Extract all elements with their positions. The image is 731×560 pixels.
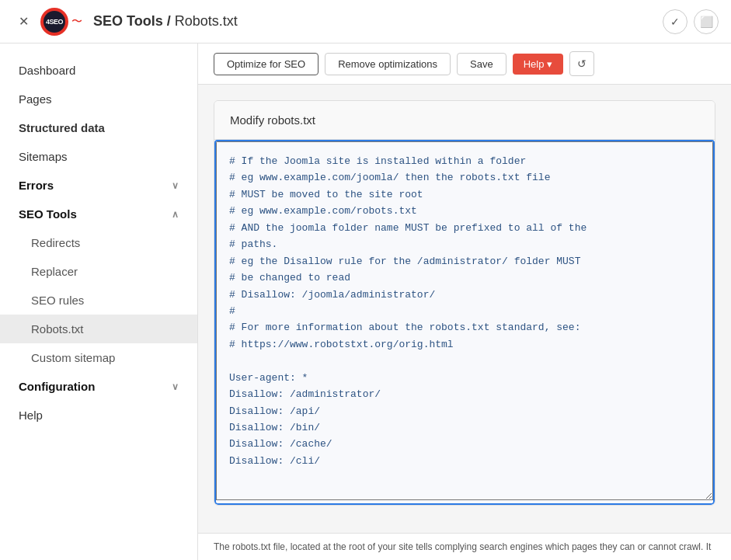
- sidebar: Dashboard Pages Structured data Sitemaps…: [0, 43, 198, 560]
- sidebar-item-replacer[interactable]: Replacer: [0, 257, 197, 286]
- window-icon: ⬜: [700, 16, 713, 28]
- sidebar-label-seo-tools: SEO Tools: [19, 207, 77, 221]
- close-button[interactable]: ✕: [12, 11, 34, 33]
- footer-note: The robots.txt file, located at the root…: [198, 533, 731, 560]
- sidebar-item-structured-data[interactable]: Structured data: [0, 113, 197, 142]
- window-icon-button[interactable]: ⬜: [694, 9, 719, 34]
- sidebar-item-help[interactable]: Help: [0, 401, 197, 430]
- logo-wave-icon: 〜: [71, 15, 82, 29]
- sidebar-item-robots-txt[interactable]: Robots.txt: [0, 315, 197, 343]
- card-header: Modify robots.txt: [214, 101, 715, 140]
- sidebar-label-redirects: Redirects: [31, 236, 80, 249]
- check-icon-button[interactable]: ✓: [663, 9, 687, 34]
- robots-editor[interactable]: # If the Joomla site is installed within…: [216, 141, 713, 500]
- help-button[interactable]: Help ▾: [513, 54, 564, 75]
- sidebar-item-pages[interactable]: Pages: [0, 85, 197, 113]
- sidebar-label-structured-data: Structured data: [19, 121, 105, 134]
- chevron-up-icon: ∧: [172, 209, 179, 220]
- sidebar-label-custom-sitemap: Custom sitemap: [31, 351, 115, 364]
- card-body: # If the Joomla site is installed within…: [214, 140, 715, 505]
- sidebar-item-seo-rules[interactable]: SEO rules: [0, 286, 197, 315]
- sidebar-item-errors[interactable]: Errors ∨: [0, 171, 197, 200]
- check-icon: ✓: [670, 16, 680, 28]
- sidebar-label-sitemaps: Sitemaps: [19, 150, 68, 163]
- sidebar-item-dashboard[interactable]: Dashboard: [0, 56, 197, 85]
- title-sep: /: [163, 13, 175, 29]
- sidebar-item-sitemaps[interactable]: Sitemaps: [0, 142, 197, 171]
- sidebar-label-seo-rules: SEO rules: [31, 294, 84, 307]
- toolbar: Optimize for SEO Remove optimizations Sa…: [198, 43, 731, 85]
- chevron-down-icon: ∨: [172, 180, 179, 191]
- robots-card: Modify robots.txt # If the Joomla site i…: [214, 100, 715, 506]
- sidebar-label-configuration: Configuration: [19, 380, 95, 393]
- title-sub: Robots.txt: [175, 13, 238, 29]
- save-button[interactable]: Save: [457, 53, 506, 75]
- title-main: SEO Tools: [93, 13, 163, 29]
- sidebar-item-redirects[interactable]: Redirects: [0, 228, 197, 257]
- sidebar-item-custom-sitemap[interactable]: Custom sitemap: [0, 343, 197, 372]
- sidebar-label-errors: Errors: [19, 179, 54, 192]
- sidebar-label-robots-txt: Robots.txt: [31, 322, 84, 336]
- sidebar-label-help: Help: [19, 409, 43, 422]
- app-body: Dashboard Pages Structured data Sitemaps…: [0, 43, 731, 560]
- sidebar-label-dashboard: Dashboard: [19, 64, 75, 77]
- optimize-seo-button[interactable]: Optimize for SEO: [214, 53, 319, 75]
- refresh-button[interactable]: ↺: [569, 51, 594, 76]
- main-content: Optimize for SEO Remove optimizations Sa…: [198, 43, 731, 560]
- logo-inner: 4SEO: [44, 11, 65, 33]
- sidebar-label-pages: Pages: [19, 92, 52, 106]
- remove-optimizations-button[interactable]: Remove optimizations: [325, 53, 451, 75]
- help-label: Help: [524, 58, 545, 70]
- sidebar-item-configuration[interactable]: Configuration ∨: [0, 372, 197, 401]
- footer-note-text: The robots.txt file, located at the root…: [214, 541, 711, 552]
- card-title: Modify robots.txt: [230, 113, 699, 127]
- refresh-icon: ↺: [577, 57, 587, 70]
- sidebar-label-replacer: Replacer: [31, 265, 78, 278]
- chevron-down-config-icon: ∨: [172, 381, 179, 392]
- logo-badge: 4SEO: [40, 8, 68, 36]
- chevron-down-help-icon: ▾: [547, 58, 552, 70]
- logo-text: 4SEO: [46, 18, 63, 26]
- title-bar-actions: ✓ ⬜: [663, 9, 719, 34]
- title-bar: ✕ 4SEO 〜 SEO Tools / Robots.txt ✓ ⬜: [0, 0, 731, 43]
- sidebar-item-seo-tools[interactable]: SEO Tools ∧: [0, 200, 197, 228]
- page-title: SEO Tools / Robots.txt: [93, 13, 663, 30]
- page-area: Modify robots.txt # If the Joomla site i…: [198, 85, 731, 533]
- editor-container: # If the Joomla site is installed within…: [214, 140, 715, 505]
